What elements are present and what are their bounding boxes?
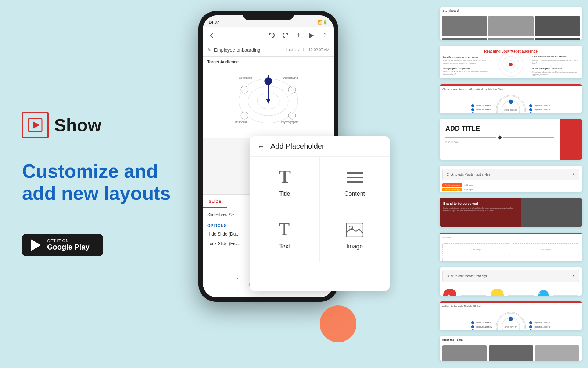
circle-yellow bbox=[491, 289, 504, 296]
play-store-icon bbox=[29, 238, 43, 252]
placeholder-grid: T Title Content T Text bbox=[250, 157, 390, 262]
content-icon bbox=[346, 169, 363, 186]
slide2-circle: Add picture bbox=[496, 95, 526, 113]
slide7-circles: ★ + bbox=[440, 285, 582, 296]
circle-red: ★ bbox=[443, 289, 456, 296]
logo-area: Show bbox=[22, 112, 184, 138]
slide1-target bbox=[492, 56, 530, 74]
add-icon[interactable]: + bbox=[294, 31, 303, 40]
overlay-header: ← Add Placeholder bbox=[250, 136, 390, 157]
svg-point-12 bbox=[241, 86, 248, 93]
back-icon[interactable] bbox=[207, 31, 216, 40]
phone-toolbar: + ▶ ⤴ bbox=[203, 27, 334, 43]
storyboard-grid bbox=[440, 14, 582, 40]
svg-point-29 bbox=[509, 99, 513, 104]
svg-text:T: T bbox=[279, 169, 291, 186]
svg-point-15 bbox=[288, 112, 296, 119]
story-item-5 bbox=[488, 38, 533, 40]
slide3-left: ADD TITLE BIG GOAL bbox=[440, 119, 560, 160]
app-name: Show bbox=[54, 115, 101, 135]
title-icon: T bbox=[276, 169, 294, 186]
topic-list-left: Topic 1 Subtitle 1 Topic 2 Subtitle 2 To… bbox=[471, 104, 492, 113]
story-item-6 bbox=[535, 38, 580, 40]
storyboard-label: Storyboard bbox=[440, 7, 582, 14]
placeholder-title-item[interactable]: T Title bbox=[250, 157, 320, 209]
right-panel: Storyboard Slide 1 of 4 Reaching your ta… bbox=[434, 0, 588, 368]
slide1-inner: Reaching your target audience Identify t… bbox=[440, 46, 582, 78]
slide5-brand-image bbox=[521, 198, 582, 227]
slide-thumb-1[interactable]: Reaching your target audience Identify t… bbox=[440, 46, 582, 78]
app-tagline: Customize and add new layouts bbox=[22, 160, 184, 205]
topic-list-right: Topic 4 Subtitle 4 Topic 5 Subtitle 5 To… bbox=[529, 104, 551, 113]
slide-thumb-3[interactable]: ADD TITLE BIG GOAL bbox=[440, 119, 582, 160]
undo-icon[interactable] bbox=[268, 31, 276, 40]
slide-content: Target Audience Geographic Demographic B… bbox=[203, 57, 334, 138]
tab-slide[interactable]: SLIDE bbox=[203, 195, 227, 208]
slide-thumb-6[interactable]: IMAGE Add image Add image Add image Add … bbox=[440, 233, 582, 261]
svg-text:+: + bbox=[539, 291, 541, 295]
slide-thumb-4[interactable]: Click to edit Master text styles ✦ Add p… bbox=[440, 166, 582, 192]
badge-text: GET IT ON Google Play bbox=[47, 238, 90, 251]
app-logo-icon bbox=[22, 112, 49, 138]
slide1-right: Find out what makes a customer... Once y… bbox=[532, 56, 578, 74]
slide3-right-bar bbox=[560, 119, 582, 160]
acc-row-2: Add percentage Add topic bbox=[442, 188, 579, 191]
svg-text:Demographic: Demographic bbox=[283, 77, 298, 79]
story-item-2 bbox=[488, 16, 533, 36]
slide1-content: Identify to create buyer persons... Who … bbox=[443, 56, 578, 74]
slide2-red-bar bbox=[440, 84, 582, 86]
slide-thumb-9[interactable]: Meet the Team Name / TitleName / TitleNa… bbox=[440, 336, 582, 361]
team-photo-3 bbox=[535, 345, 579, 361]
slide1-left: Identify to create buyer persons... Who … bbox=[443, 56, 490, 74]
svg-text:T: T bbox=[279, 221, 290, 239]
slide5-brand-left: Brand to be perceived Social media is ev… bbox=[440, 198, 521, 227]
slide8-diagram: Topic 1 Subtitle 1 Topic 2 Subtitle 2 To… bbox=[440, 309, 582, 330]
share-icon[interactable]: ⤴ bbox=[320, 31, 329, 40]
story-item-1 bbox=[442, 16, 487, 36]
phone-notch bbox=[243, 11, 294, 20]
acc-row-1: Add percentage Add topic bbox=[442, 183, 579, 187]
svg-marker-2 bbox=[31, 239, 41, 251]
pencil-icon: ✎ bbox=[207, 47, 211, 53]
coral-blob bbox=[320, 305, 356, 342]
left-panel: Show Customize and add new layouts GET I… bbox=[0, 0, 206, 368]
slide-thumb-8[interactable]: estilos de texto de Modelo Global Topic … bbox=[440, 301, 582, 330]
slide-thumb-storyboard[interactable]: Storyboard Slide 1 of 4 bbox=[440, 7, 582, 40]
text-icon: T bbox=[276, 221, 294, 239]
overlay-title: Add Placeholder bbox=[270, 142, 325, 151]
svg-marker-1 bbox=[33, 121, 40, 129]
svg-point-36 bbox=[509, 317, 513, 321]
placeholder-image-item[interactable]: Image bbox=[320, 209, 390, 262]
slide8-topic-right: Topic 4 Subtitle 4 Topic 5 Subtitle 5 To… bbox=[529, 321, 551, 330]
team-photo-2 bbox=[489, 345, 533, 361]
svg-marker-7 bbox=[266, 99, 270, 104]
svg-point-14 bbox=[241, 112, 248, 119]
placeholder-text-item[interactable]: T Text bbox=[250, 209, 320, 262]
meet-team-title: Meet the Team bbox=[440, 336, 582, 342]
team-photo-1 bbox=[442, 345, 487, 361]
slide8-topic-left: Topic 1 Subtitle 1 Topic 2 Subtitle 2 To… bbox=[471, 321, 492, 330]
team-photos bbox=[440, 342, 582, 361]
slide8-circle: Add picture bbox=[496, 312, 526, 330]
slide7-master-text: Click to edit Master text styl... ✦ bbox=[442, 270, 579, 282]
logo-svg bbox=[28, 118, 43, 132]
play-icon[interactable]: ▶ bbox=[307, 31, 316, 40]
image-placeholder-icon bbox=[346, 221, 363, 239]
overlay-back-button[interactable]: ← bbox=[257, 142, 265, 151]
svg-text:Behavioral: Behavioral bbox=[235, 121, 248, 123]
slide-thumb-5[interactable]: Brand to be perceived Social media is ev… bbox=[440, 198, 582, 227]
placeholder-content-item[interactable]: Content bbox=[320, 157, 390, 209]
svg-text:Psychographic: Psychographic bbox=[281, 121, 298, 124]
slide-thumb-2[interactable]: Clique para editar os estilos do texto d… bbox=[440, 84, 582, 113]
redo-icon[interactable] bbox=[281, 31, 290, 40]
svg-text:★: ★ bbox=[447, 294, 450, 296]
slide-thumb-7[interactable]: Click to edit Master text styl... ✦ ★ + … bbox=[440, 267, 582, 296]
slide2-label: Clique para editar os estilos do texto d… bbox=[440, 86, 582, 92]
phone-title-bar: ✎ Employee onboarding Last saved at 12:0… bbox=[203, 43, 334, 57]
slide4-master-text: Click to edit Master text styles ✦ bbox=[442, 169, 579, 180]
slide2-diagram: Topic 1 Subtitle 1 Topic 2 Subtitle 2 To… bbox=[440, 92, 582, 113]
google-play-badge[interactable]: GET IT ON Google Play bbox=[22, 234, 103, 256]
svg-point-26 bbox=[509, 63, 513, 66]
dart-svg: Geographic Demographic Behavioral Psycho… bbox=[232, 68, 305, 134]
story-item-4 bbox=[442, 38, 487, 40]
